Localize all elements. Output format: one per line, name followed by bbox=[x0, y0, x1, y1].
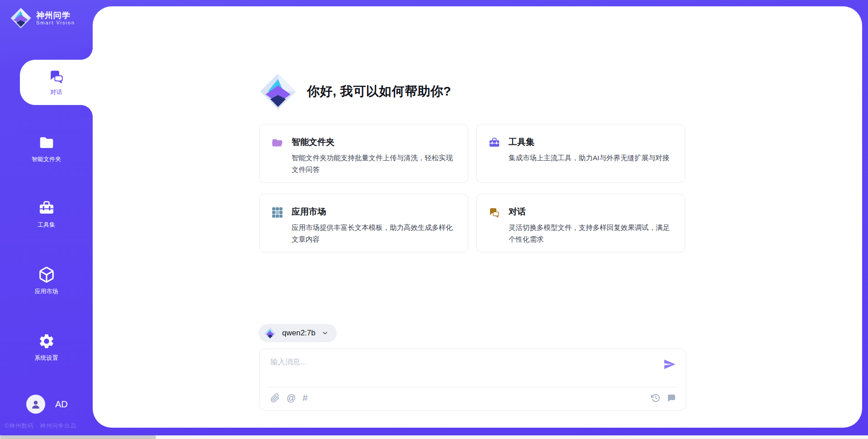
model-name: qwen2:7b bbox=[282, 329, 316, 338]
scrollbar-thumb[interactable] bbox=[0, 435, 156, 439]
card-description: 集成市场上主流工具，助力AI与外界无缝扩展与对接 bbox=[509, 152, 670, 164]
card-description: 灵活切换多模型文件，支持多样回复效果调试，满足个性化需求 bbox=[509, 222, 674, 245]
sidebar-item-label: 智能文件夹 bbox=[32, 155, 61, 163]
user-name: AD bbox=[55, 399, 68, 410]
send-button[interactable] bbox=[663, 358, 676, 371]
sidebar-item-label: 应用市场 bbox=[35, 287, 58, 296]
user-profile[interactable]: AD bbox=[26, 395, 68, 414]
model-selector[interactable]: qwen2:7b bbox=[259, 324, 337, 342]
cube-icon bbox=[38, 266, 55, 283]
composer-right-toolbar bbox=[651, 393, 676, 403]
sidebar-item-label: 系统设置 bbox=[35, 354, 58, 362]
app-name: 神州问学 bbox=[36, 11, 75, 20]
brand-diamond-icon bbox=[259, 72, 297, 110]
sidebar-item-settings[interactable]: 系统设置 bbox=[0, 333, 93, 362]
gear-icon bbox=[38, 333, 55, 350]
composer-toolbar: @ # bbox=[270, 393, 307, 403]
copyright-text: ©神州数码 · 神州问学出品 bbox=[5, 422, 76, 430]
mention-icon[interactable]: @ bbox=[287, 393, 296, 403]
toolbox-icon bbox=[488, 137, 500, 149]
card-title: 应用市场 bbox=[292, 206, 457, 218]
brand-diamond-icon bbox=[264, 327, 276, 339]
sidebar-item-smart-folder[interactable]: 智能文件夹 bbox=[0, 134, 93, 163]
chat-icon bbox=[488, 206, 500, 219]
brand-diamond-icon bbox=[10, 7, 32, 29]
person-icon bbox=[30, 398, 42, 410]
card-smart-folder[interactable]: 智能文件夹 智能文件夹功能支持批量文件上传与清洗，轻松实现文件问答 bbox=[259, 124, 468, 183]
sidebar-item-label: 对话 bbox=[51, 88, 62, 96]
sidebar-item-chat[interactable]: 对话 bbox=[20, 60, 93, 105]
card-body: 应用市场 应用市场提供丰富长文本模板，助力高效生成多样化文章内容 bbox=[292, 206, 457, 245]
card-body: 智能文件夹 智能文件夹功能支持批量文件上传与清洗，轻松实现文件问答 bbox=[292, 136, 457, 176]
active-corner-bottom bbox=[81, 105, 93, 117]
card-toolset[interactable]: 工具集 集成市场上主流工具，助力AI与外界无缝扩展与对接 bbox=[476, 124, 685, 183]
main-panel: 你好, 我可以如何帮助你? 智能文件夹 智能文件夹功能支持批量文件上传与清洗，轻… bbox=[93, 6, 862, 428]
history-icon[interactable] bbox=[651, 393, 660, 403]
message-input[interactable] bbox=[270, 357, 641, 381]
hashtag-icon[interactable]: # bbox=[302, 393, 307, 403]
chat-icon bbox=[48, 68, 65, 85]
grid-icon bbox=[271, 206, 283, 219]
feature-cards: 智能文件夹 智能文件夹功能支持批量文件上传与清洗，轻松实现文件问答 工具集 bbox=[259, 124, 685, 253]
card-chat[interactable]: 对话 灵活切换多模型文件，支持多样回复效果调试，满足个性化需求 bbox=[476, 194, 685, 253]
send-icon bbox=[663, 358, 676, 371]
sidebar-item-app-market[interactable]: 应用市场 bbox=[0, 266, 93, 296]
active-corner-top bbox=[81, 48, 93, 60]
card-description: 智能文件夹功能支持批量文件上传与清洗，轻松实现文件问答 bbox=[292, 152, 457, 176]
open-folder-icon bbox=[271, 137, 283, 149]
sidebar: 神州问学 Smart Vision 对话 智能文件夹 bbox=[0, 0, 93, 439]
card-description: 应用市场提供丰富长文本模板，助力高效生成多样化文章内容 bbox=[292, 222, 457, 245]
avatar bbox=[26, 395, 45, 414]
attachment-icon[interactable] bbox=[270, 393, 280, 403]
app-logo: 神州问学 Smart Vision bbox=[10, 7, 75, 29]
card-title: 智能文件夹 bbox=[292, 136, 457, 148]
card-app-market[interactable]: 应用市场 应用市场提供丰富长文本模板，助力高效生成多样化文章内容 bbox=[259, 194, 468, 253]
chevron-down-icon bbox=[321, 329, 329, 337]
card-title: 工具集 bbox=[509, 136, 670, 148]
horizontal-scrollbar bbox=[0, 435, 868, 439]
card-body: 对话 灵活切换多模型文件，支持多样回复效果调试，满足个性化需求 bbox=[509, 206, 674, 245]
sidebar-item-toolset[interactable]: 工具集 bbox=[0, 200, 93, 229]
folder-icon bbox=[38, 134, 55, 151]
card-body: 工具集 集成市场上主流工具，助力AI与外界无缝扩展与对接 bbox=[509, 136, 670, 164]
chat-bubble-icon[interactable] bbox=[666, 393, 676, 403]
greeting: 你好, 我可以如何帮助你? bbox=[259, 72, 451, 110]
card-title: 对话 bbox=[509, 206, 674, 218]
greeting-text: 你好, 我可以如何帮助你? bbox=[307, 83, 451, 100]
composer-divider bbox=[268, 387, 678, 387]
app-window: 神州问学 Smart Vision 对话 智能文件夹 bbox=[0, 0, 868, 439]
app-logo-text: 神州问学 Smart Vision bbox=[36, 11, 75, 26]
message-composer: @ # bbox=[259, 348, 686, 410]
sidebar-item-label: 工具集 bbox=[38, 221, 55, 229]
toolbox-icon bbox=[38, 200, 55, 217]
app-subtitle: Smart Vision bbox=[36, 20, 75, 25]
